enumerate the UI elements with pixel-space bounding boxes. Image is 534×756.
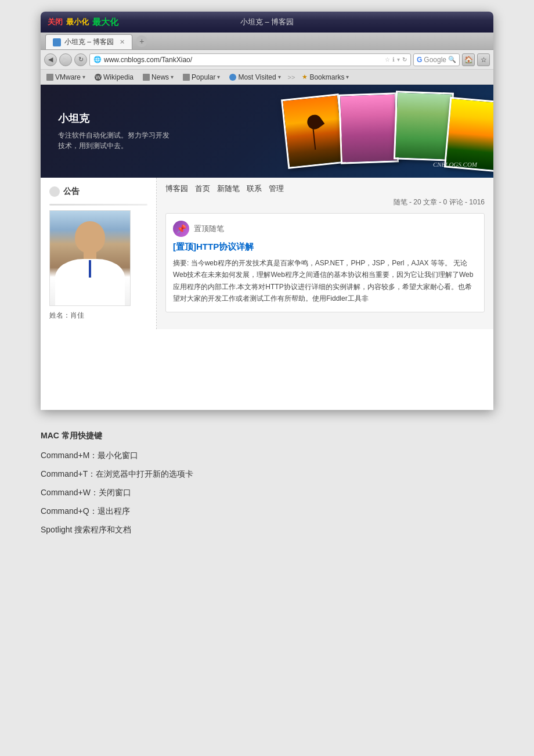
new-tab-button[interactable]: + [136,35,147,47]
url-down-icon: ▾ [397,56,400,63]
blog-name: 小坦克 [58,111,174,125]
news-dropdown-icon: ▾ [171,74,174,80]
bookmark-news[interactable]: News ▾ [140,72,176,82]
post-pin-icon: 📌 [173,221,189,237]
blog-body: 公告 [41,178,493,329]
pin-symbol: 📌 [176,224,186,233]
nav-home[interactable]: 首页 [195,183,210,194]
most-visited-label: Most Visited [238,73,276,81]
popular-label: Popular [192,73,215,81]
person-head [75,221,105,253]
url-info-icon: ℹ [392,56,395,63]
bookmarks-bar: VMware ▾ W Wikipedia News ▾ Popular ▾ Mo… [41,70,493,85]
bookmark-most-visited[interactable]: Most Visited ▾ [227,72,283,82]
back-button[interactable]: ◀ [44,53,57,66]
shortcut-5: Spotlight 搜索程序和文档 [41,521,493,538]
sidebar-title-text: 公告 [63,186,80,197]
search-box[interactable]: G Google 🔍 [413,53,460,66]
browser-window: 关闭 最小化 最大化 小坦克 – 博客园 小坦克 – 博客园 ✕ + ◀ ▶ ↻… [41,12,493,410]
nav-contact[interactable]: 联系 [247,183,262,194]
bookmark-popular[interactable]: Popular ▾ [181,72,222,82]
url-refresh-icon: ↻ [402,56,407,63]
vmware-icon [46,74,53,81]
photo-pink [338,92,399,164]
search-placeholder: Google [424,56,446,64]
bookmarks-label: Bookmarks [309,73,344,81]
sidebar-section-icon [49,186,60,197]
post-header: 📌 置顶随笔 [173,221,477,237]
shortcut-2: Command+T：在浏览器中打开新的选项卡 [41,466,493,482]
shortcut-4: Command+Q：退出程序 [41,503,493,519]
sidebar-divider [49,204,147,206]
blog-description: 专注软件自动化测试。努力学习开发技术，用到测试中去。 [58,130,174,151]
post-card: 📌 置顶随笔 [置顶]HTTP协议详解 摘要: 当今web程序的开发技术真是百家… [165,213,485,312]
cnblogs-watermark: CNBLOGS.COM [433,161,477,168]
shortcut-3-keys: Command+W： [41,488,99,497]
shortcuts-title: MAC 常用快捷键 [41,427,493,444]
tab-close-btn[interactable]: ✕ [120,38,125,46]
window-controls: 关闭 最小化 最大化 [48,17,118,28]
bookmarks-overflow-btn[interactable]: >> [288,74,295,81]
active-tab[interactable]: 小坦克 – 博客园 ✕ [45,34,132,49]
popular-dropdown-icon: ▾ [217,74,220,80]
window-title: 小坦克 – 博客园 [240,17,294,27]
most-visited-icon [229,74,236,81]
close-text: 关闭 [48,17,63,28]
shortcut-3: Command+W：关闭窗口 [41,484,493,501]
mac-shortcuts-section: MAC 常用快捷键 Command+M：最小化窗口 Command+T：在浏览器… [41,422,493,546]
shortcut-1-desc: 最小化窗口 [98,451,138,460]
news-label: News [151,73,169,81]
photo-sunset [281,93,346,169]
most-visited-dropdown-icon: ▾ [278,74,281,80]
nav-admin[interactable]: 管理 [269,183,284,194]
blog-nav: 博客园 首页 新随笔 联系 管理 [165,183,485,194]
page-content: 小坦克 专注软件自动化测试。努力学习开发技术，用到测试中去。 [41,85,493,410]
blog-header: 小坦克 专注软件自动化测试。努力学习开发技术，用到测试中去。 [41,85,493,178]
tab-bar: 小坦克 – 博客园 ✕ + [41,33,493,50]
address-bar: ◀ ▶ ↻ 🌐 www.cnblogs.com/TankXiao/ ☆ ℹ ▾ … [41,50,493,70]
tab-label: 小坦克 – 博客园 [64,37,114,47]
google-icon: G [417,56,422,64]
nav-blog-home[interactable]: 博客园 [165,183,188,194]
person-name-label: 姓名：肖佳 [49,311,147,321]
profile-photo-container [49,210,131,306]
min-text: 最小化 [66,17,89,28]
url-bar[interactable]: 🌐 www.cnblogs.com/TankXiao/ ☆ ℹ ▾ ↻ [89,53,411,66]
shortcut-3-desc: 关闭窗口 [99,488,131,497]
shortcut-2-desc: 在浏览器中打开新的选项卡 [96,469,193,478]
bookmarks-dropdown-icon: ▾ [346,74,349,80]
wikipedia-icon: W [95,74,102,81]
reload-button[interactable]: ↻ [74,53,87,66]
shortcut-4-keys: Command+Q： [41,506,98,516]
bookmarks-star-icon: ★ [302,73,308,81]
profile-photo-bg [50,211,130,305]
page-wrapper: 关闭 最小化 最大化 小坦克 – 博客园 小坦克 – 博客园 ✕ + ◀ ▶ ↻… [0,0,534,756]
post-title[interactable]: [置顶]HTTP协议详解 [173,242,477,253]
home-button[interactable]: 🏠 [462,53,475,66]
blog-header-text: 小坦克 专注软件自动化测试。努力学习开发技术，用到测试中去。 [58,111,174,151]
post-excerpt: 摘要: 当今web程序的开发技术真是百家争鸣，ASP.NET，PHP，JSP，P… [173,257,477,305]
forward-button[interactable]: ▶ [59,53,72,66]
popular-icon [183,74,190,81]
vmware-dropdown-icon: ▾ [82,74,85,80]
bookmark-wikipedia[interactable]: W Wikipedia [92,72,136,82]
shortcut-2-keys: Command+T： [41,469,96,478]
person-lanyard [89,260,91,278]
bookmark-bookmarks[interactable]: ★ Bookmarks ▾ [300,72,351,82]
bookmark-vmware[interactable]: VMware ▾ [44,72,88,82]
blog-stats: 随笔 - 20 文章 - 0 评论 - 1016 [165,197,485,207]
news-icon [143,74,150,81]
sidebar-section-title: 公告 [49,186,147,197]
title-bar: 关闭 最小化 最大化 小坦克 – 博客园 [41,12,493,33]
vmware-label: VMware [55,73,81,81]
max-text: 最大化 [92,17,118,28]
photo-collage: CNBLOGS.COM [284,91,488,175]
shortcut-1-keys: Command+M： [41,451,98,460]
nav-new-post[interactable]: 新随笔 [217,183,240,194]
wikipedia-label: Wikipedia [103,73,134,81]
shortcut-1: Command+M：最小化窗口 [41,447,493,463]
bookmark-star-button[interactable]: ☆ [477,53,490,66]
blog-main: 博客园 首页 新随笔 联系 管理 随笔 - 20 文章 - 0 评论 - 101… [157,178,493,329]
shortcut-4-desc: 退出程序 [98,506,130,516]
shortcut-5-keys: Spotlight [41,525,74,534]
